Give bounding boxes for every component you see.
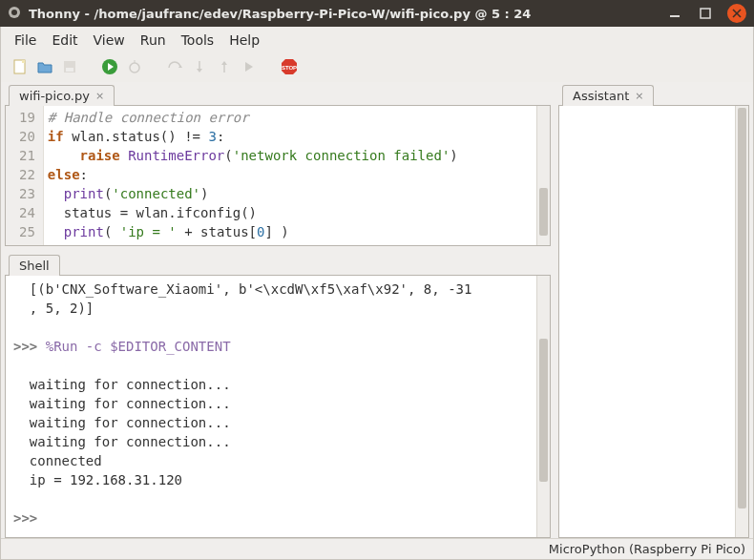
menu-view[interactable]: View bbox=[88, 31, 131, 50]
menu-file[interactable]: File bbox=[9, 31, 42, 50]
assistant-area bbox=[558, 105, 749, 538]
window-title: Thonny - /home/jaufranc/edev/Raspberry-P… bbox=[29, 7, 666, 21]
resume-button[interactable] bbox=[240, 57, 259, 76]
svg-marker-14 bbox=[178, 65, 182, 68]
editor-tab-label: wifi-pico.py bbox=[19, 89, 90, 103]
editor-tab[interactable]: wifi-pico.py × bbox=[9, 85, 115, 106]
menu-run[interactable]: Run bbox=[135, 31, 172, 50]
close-icon[interactable]: × bbox=[95, 90, 104, 102]
horizontal-splitter[interactable] bbox=[553, 82, 556, 538]
menubar: File Edit View Run Tools Help bbox=[1, 27, 753, 53]
svg-marker-16 bbox=[197, 69, 202, 73]
open-file-button[interactable] bbox=[35, 57, 54, 76]
svg-rect-3 bbox=[701, 9, 710, 18]
svg-point-12 bbox=[130, 63, 139, 73]
maximize-button[interactable] bbox=[697, 5, 714, 22]
run-button[interactable] bbox=[100, 57, 119, 76]
svg-point-1 bbox=[11, 10, 17, 15]
shell-area[interactable]: [(b'CNX_Software_Xiaomi', b'<\xcdW\xf5\x… bbox=[5, 275, 551, 538]
stop-button[interactable]: STOP bbox=[280, 57, 299, 76]
menu-edit[interactable]: Edit bbox=[46, 31, 83, 50]
save-button[interactable] bbox=[60, 57, 79, 76]
shell-tab[interactable]: Shell bbox=[9, 255, 60, 276]
close-icon[interactable]: × bbox=[635, 90, 643, 102]
close-button[interactable] bbox=[727, 4, 746, 23]
shell-tab-label: Shell bbox=[19, 259, 50, 273]
interpreter-label[interactable]: MicroPython (Raspberry Pi Pico) bbox=[549, 542, 745, 556]
titlebar: Thonny - /home/jaufranc/edev/Raspberry-P… bbox=[0, 0, 754, 27]
menu-help[interactable]: Help bbox=[223, 31, 265, 50]
step-over-button[interactable] bbox=[165, 57, 184, 76]
svg-marker-18 bbox=[221, 61, 227, 65]
line-gutter: 1920212223242526 bbox=[6, 106, 44, 245]
shell-content[interactable]: [(b'CNX_Software_Xiaomi', b'<\xcdW\xf5\x… bbox=[6, 278, 550, 529]
minimize-button[interactable] bbox=[666, 5, 683, 22]
code-content[interactable]: # Handle connection errorif wlan.status(… bbox=[44, 106, 550, 245]
shell-scrollbar[interactable] bbox=[536, 276, 550, 537]
svg-text:STOP: STOP bbox=[282, 65, 297, 71]
editor-scrollbar[interactable] bbox=[536, 106, 550, 245]
new-file-button[interactable] bbox=[10, 57, 30, 76]
statusbar: MicroPython (Raspberry Pi Pico) bbox=[1, 538, 753, 559]
debug-button[interactable] bbox=[125, 57, 144, 76]
svg-rect-9 bbox=[66, 68, 73, 72]
app-icon bbox=[8, 6, 21, 22]
assistant-scrollbar[interactable] bbox=[735, 106, 748, 537]
assistant-tab[interactable]: Assistant × bbox=[562, 85, 654, 106]
toolbar: STOP bbox=[1, 53, 753, 82]
svg-marker-19 bbox=[245, 62, 253, 72]
assistant-tab-label: Assistant bbox=[573, 89, 629, 103]
step-out-button[interactable] bbox=[215, 57, 234, 76]
editor-area[interactable]: 1920212223242526 # Handle connection err… bbox=[5, 105, 551, 246]
svg-rect-2 bbox=[670, 15, 680, 17]
menu-tools[interactable]: Tools bbox=[176, 31, 220, 50]
svg-rect-7 bbox=[22, 60, 25, 63]
step-into-button[interactable] bbox=[190, 57, 209, 76]
